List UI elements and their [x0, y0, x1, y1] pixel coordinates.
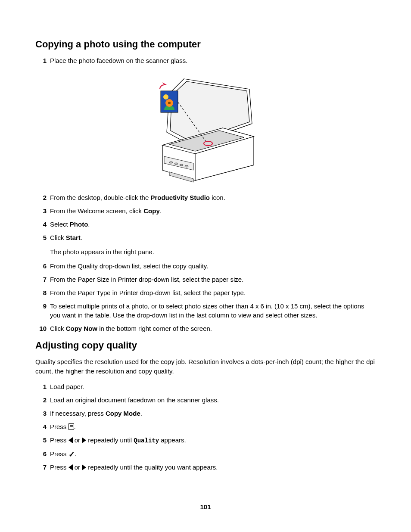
text-part: repeatedly until: [86, 436, 134, 444]
text-part: repeatedly until the quality you want ap…: [86, 464, 218, 471]
step-number: 7: [35, 463, 50, 472]
display-term: Quality: [134, 437, 159, 444]
step-2-1: 1 Load paper.: [35, 382, 376, 391]
step-text: Select Photo.: [50, 220, 376, 229]
bold-term: Productivity Studio: [150, 194, 210, 201]
step-1-5: 5 Click Start.: [35, 233, 376, 242]
text-part: From the desktop, double-click the: [50, 194, 150, 201]
step-2-7: 7 Press or repeatedly until the quality …: [35, 463, 376, 472]
svg-point-10: [180, 164, 183, 166]
step-text: Press or repeatedly until the quality yo…: [50, 463, 376, 472]
step-2-5: 5 Press or repeatedly until Quality appe…: [35, 436, 376, 445]
step-text: To select multiple prints of a photo, or…: [50, 302, 376, 320]
step-text: Press or repeatedly until Quality appear…: [50, 436, 376, 445]
step-number: 4: [35, 422, 50, 431]
svg-point-11: [185, 165, 188, 167]
step-number: 3: [35, 409, 50, 418]
text-part: Select: [50, 221, 70, 228]
step-1-4: 4 Select Photo.: [35, 220, 376, 229]
step-1-6: 6 From the Quality drop-down list, selec…: [35, 261, 376, 271]
bold-term: Copy: [143, 207, 160, 215]
text-part: .: [140, 410, 142, 417]
step-2-3: 3 If necessary, press Copy Mode.: [35, 409, 376, 418]
step-1-7: 7 From the Paper Size in Printer drop-do…: [35, 275, 376, 284]
step-2-4: 4 Press .: [35, 422, 376, 431]
step-text: Load paper.: [50, 382, 376, 391]
text-part: From the Welcome screen, click: [50, 207, 143, 215]
step-number: 5: [35, 233, 50, 242]
step-2-2: 2 Load an original document facedown on …: [35, 395, 376, 404]
bold-term: Start: [66, 234, 81, 241]
step-text: From the Paper Size in Printer drop-down…: [50, 275, 376, 284]
text-part: Press: [50, 450, 68, 457]
text-part: If necessary, press: [50, 410, 106, 417]
arrow-right-icon: [82, 464, 86, 470]
scanner-illustration: [35, 72, 376, 185]
step-1-2: 2 From the desktop, double-click the Pro…: [35, 193, 376, 202]
bold-term: Photo: [70, 221, 88, 228]
svg-marker-18: [162, 82, 167, 85]
text-part: icon.: [210, 194, 225, 201]
text-part: or: [73, 464, 82, 471]
step-text: If necessary, press Copy Mode.: [50, 409, 376, 418]
arrow-left-icon: [68, 464, 73, 470]
text-part: .: [75, 450, 77, 457]
svg-point-16: [168, 102, 171, 104]
arrow-right-icon: [82, 437, 86, 443]
text-part: Click: [50, 325, 66, 332]
step-number: 1: [35, 382, 50, 391]
step-text: From the Quality drop-down list, select …: [50, 261, 376, 271]
step-text: Place the photo facedown on the scanner …: [50, 56, 376, 65]
step-number: 7: [35, 275, 50, 284]
step-text: From the desktop, double-click the Produ…: [50, 193, 376, 202]
steps-list-section1b: 2 From the desktop, double-click the Pro…: [35, 193, 376, 242]
step-number: 2: [35, 193, 50, 202]
text-part: .: [160, 207, 162, 215]
bold-term: Copy Mode: [106, 410, 140, 417]
text-part: .: [74, 423, 76, 430]
step-number: 5: [35, 436, 50, 445]
step-number: 4: [35, 220, 50, 229]
step-1-3: 3 From the Welcome screen, click Copy.: [35, 206, 376, 215]
svg-point-8: [169, 162, 173, 163]
steps-list-section1c: 6 From the Quality drop-down list, selec…: [35, 261, 376, 333]
text-part: or: [73, 436, 82, 444]
menu-icon: [68, 423, 74, 430]
step-2-6: 6 Press ✓.: [35, 449, 376, 458]
text-part: appears.: [159, 436, 186, 444]
section2-intro: Quality specifies the resolution used fo…: [35, 357, 376, 376]
text-part: .: [81, 234, 82, 241]
step-number: 1: [35, 56, 50, 65]
step-text: From the Paper Type in Printer drop-down…: [50, 288, 376, 297]
step-number: 8: [35, 288, 50, 297]
heading-copying-photo: Copying a photo using the computer: [35, 39, 376, 50]
step-1-10: 10 Click Copy Now in the bottom right co…: [35, 324, 376, 333]
text-part: Click: [50, 234, 66, 241]
step-1-1: 1 Place the photo facedown on the scanne…: [35, 56, 376, 65]
step-number: 3: [35, 206, 50, 215]
step-text: From the Welcome screen, click Copy.: [50, 206, 376, 215]
step-1-5-sub: The photo appears in the right pane.: [50, 247, 376, 256]
step-text: Click Copy Now in the bottom right corne…: [50, 324, 376, 333]
step-number: 9: [35, 302, 50, 311]
text-part: Press: [50, 436, 68, 444]
printer-scanner-icon: [154, 72, 257, 184]
step-text: Press ✓.: [50, 449, 376, 458]
text-part: Press: [50, 423, 68, 430]
bold-term: Copy Now: [66, 325, 97, 332]
step-text: Press .: [50, 422, 376, 431]
step-text: Load an original document facedown on th…: [50, 395, 376, 404]
step-1-8: 8 From the Paper Type in Printer drop-do…: [35, 288, 376, 297]
svg-point-9: [174, 163, 178, 165]
page-number: 101: [0, 503, 411, 510]
arrow-left-icon: [68, 437, 73, 443]
text-part: .: [88, 221, 90, 228]
text-part: in the bottom right corner of the screen…: [97, 325, 212, 332]
svg-point-14: [163, 94, 168, 100]
step-number: 2: [35, 395, 50, 404]
step-number: 10: [35, 324, 50, 333]
step-number: 6: [35, 449, 50, 458]
steps-list-section2: 1 Load paper. 2 Load an original documen…: [35, 382, 376, 472]
check-icon: ✓: [68, 451, 75, 458]
document-page: Copying a photo using the computer 1 Pla…: [0, 0, 411, 532]
